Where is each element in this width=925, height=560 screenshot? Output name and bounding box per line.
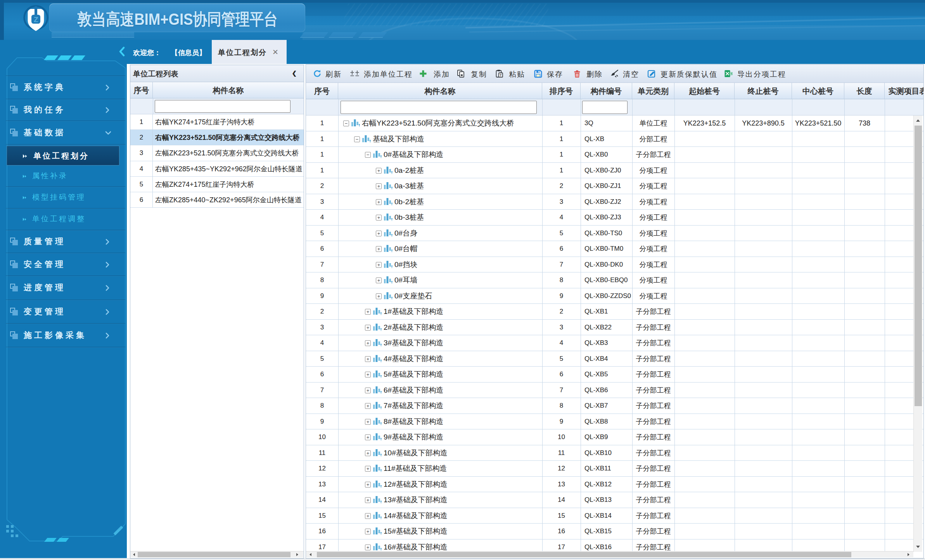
svg-text:Z: Z [34, 16, 38, 24]
svg-text:T: T [500, 73, 502, 77]
